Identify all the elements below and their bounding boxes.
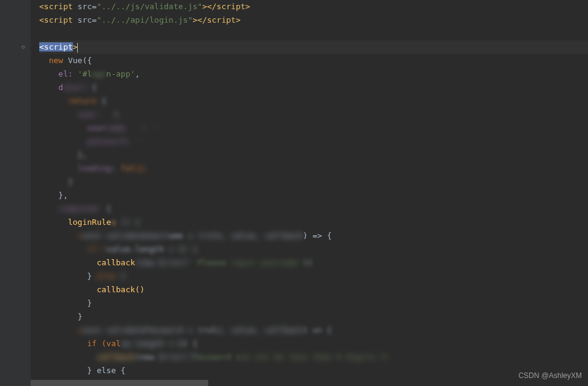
watermark-text: CSDN @AshleyXM [518, 369, 582, 382]
code-line: } [39, 297, 588, 310]
code-line: if (value.length < 6) { [39, 337, 588, 350]
code-line: callback() [39, 283, 588, 297]
horizontal-scrollbar[interactable] [31, 380, 208, 386]
code-line: username : '' [39, 121, 588, 135]
code-line: loginRules () { [39, 216, 588, 229]
code-line: data() { [39, 81, 588, 94]
text-cursor [77, 43, 78, 53]
code-line: const validateUsernume = (rule, value, c… [39, 229, 588, 243]
code-line: new Vue({ [39, 54, 588, 67]
selection: <script [39, 42, 73, 51]
code-line: if (value.length < 1) { [39, 243, 588, 256]
code-line: <script src="../../api/login.js"></scrip… [39, 13, 588, 27]
code-line: }, [39, 189, 588, 202]
code-line: } [39, 175, 588, 189]
code-line: const validatePassword = (rule, value, c… [39, 324, 588, 337]
code-line: callback(new Error('Password can not be … [39, 350, 588, 364]
code-line: el: '#login-app', [39, 67, 588, 81]
code-line: } [39, 310, 588, 324]
blank-line [39, 27, 588, 40]
code-line: return { [39, 94, 588, 108]
code-line: computed: { [39, 202, 588, 216]
code-line: } else { [39, 270, 588, 283]
code-line: password: '' [39, 135, 588, 148]
editor-gutter: ⊖ [0, 0, 31, 386]
code-line: } else { [39, 364, 588, 377]
code-line: callback(new Error(' Please input userna… [39, 256, 588, 270]
fold-icon[interactable]: ⊖ [21, 40, 25, 54]
code-line-active: <script> [39, 40, 588, 54]
code-editor[interactable]: <script src="../../js/validate.js"></scr… [31, 0, 588, 386]
code-line: user:{ [39, 108, 588, 121]
code-line: loading: false [39, 162, 588, 175]
code-line: }, [39, 148, 588, 162]
code-line: <script src="../../js/validate.js"></scr… [39, 0, 588, 13]
